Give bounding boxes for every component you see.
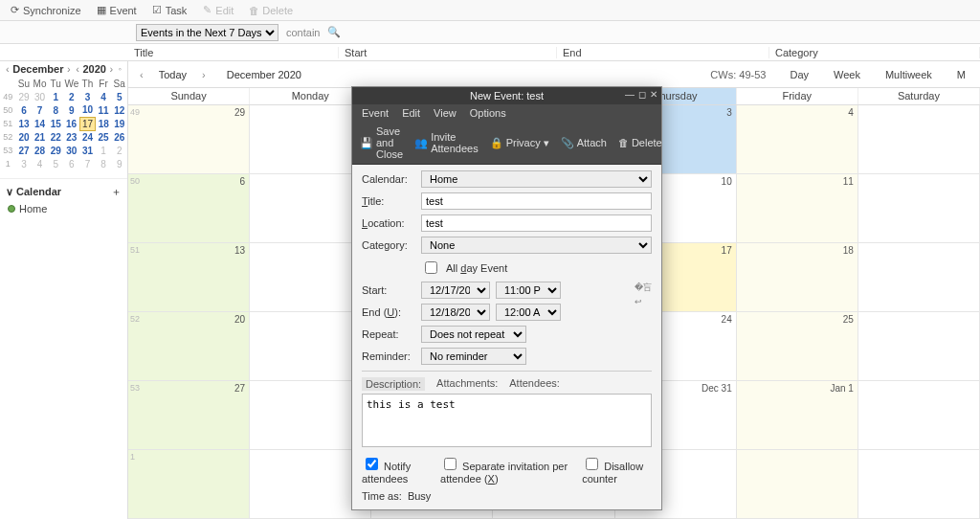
mini-day[interactable]: 10 [79,103,96,117]
new-task-button[interactable]: ☑Task [148,2,191,18]
day-cell[interactable]: Jan 1 [737,381,858,450]
mini-day[interactable]: 20 [16,130,33,144]
end-time-input[interactable]: 12:00 AM [496,304,561,321]
col-start[interactable]: Start [339,47,557,58]
mini-day[interactable]: 5 [111,90,127,103]
mini-day[interactable]: 30 [64,144,80,157]
day-cell[interactable] [858,174,980,243]
day-cell[interactable] [858,105,980,174]
separate-invitation[interactable]: Separate invitation per attendee (X) [440,455,572,485]
mini-day[interactable]: 29 [16,90,33,103]
day-cell[interactable]: 1 [128,450,250,519]
day-cell[interactable]: 18 [737,243,858,312]
mini-day[interactable]: 7 [79,157,96,170]
day-cell[interactable] [858,243,980,312]
close-icon[interactable]: ✕ [650,89,657,100]
timezone-toggle-icon[interactable]: �吂 [635,282,652,294]
mini-day[interactable]: 4 [32,157,48,170]
day-cell[interactable]: 4 [737,105,858,174]
start-date-input[interactable]: 12/17/20 [421,282,490,299]
day-cell[interactable]: 5113 [128,243,250,312]
mini-day[interactable]: 19 [111,117,127,130]
mini-day[interactable]: 25 [96,130,112,144]
maximize-icon[interactable]: ◻ [638,89,646,100]
start-time-input[interactable]: 11:00 PM [496,282,561,299]
view-multiweek[interactable]: Multiweek [879,66,939,83]
view-day[interactable]: Day [783,66,815,83]
mini-day[interactable]: 9 [111,157,127,170]
mini-month-label[interactable]: December [12,63,63,75]
end-date-input[interactable]: 12/18/20 [421,304,490,321]
mini-day[interactable]: 4 [96,90,112,103]
mini-day[interactable]: 2 [111,144,127,157]
new-event-button[interactable]: ▦Event [93,2,141,18]
prev-year-icon[interactable]: ‹ [74,63,81,75]
mini-day[interactable]: 27 [16,144,33,157]
tab-attachments[interactable]: Attachments: [436,377,498,391]
mini-day[interactable]: 18 [96,117,112,130]
col-end[interactable]: End [557,47,769,58]
day-cell[interactable] [858,450,980,519]
disallow-counter[interactable]: Disallow counter [582,455,652,485]
mini-day[interactable]: 13 [16,117,33,130]
privacy-menu[interactable]: 🔒Privacy ▾ [490,125,549,160]
search-icon[interactable]: 🔍 [327,26,341,38]
month-picker-icon[interactable]: ◦ [117,64,123,74]
mini-day[interactable]: 8 [48,103,64,117]
day-cell[interactable] [858,381,980,450]
mini-day[interactable]: 2 [64,90,80,103]
col-category[interactable]: Category [769,47,980,58]
tab-description[interactable]: Description: [362,377,425,391]
synchronize-button[interactable]: ⟳Synchronize [6,2,85,18]
notify-attendees[interactable]: Notify attendees [362,455,431,485]
description-textarea[interactable]: this is a test [362,394,652,447]
mini-day[interactable]: 26 [111,130,127,144]
calendar-item-home[interactable]: Home [6,201,122,216]
next-month-icon[interactable]: › [65,63,73,75]
day-cell[interactable]: 5220 [128,312,250,381]
day-cell[interactable] [858,312,980,381]
day-cell[interactable] [737,450,858,519]
mini-day[interactable]: 1 [96,144,112,157]
mini-day[interactable]: 17 [79,117,96,130]
mini-day[interactable]: 21 [32,130,48,144]
mini-day[interactable]: 12 [111,103,127,117]
attach-button[interactable]: 📎Attach [561,125,607,160]
view-month[interactable]: M [950,66,972,83]
save-close-button[interactable]: 💾Save and Close [360,125,403,160]
mini-day[interactable]: 31 [79,144,96,157]
mini-day[interactable]: 9 [64,103,80,117]
next-year-icon[interactable]: › [108,63,116,75]
mini-day[interactable]: 22 [48,130,64,144]
mini-day[interactable]: 3 [16,157,33,170]
prev-month-icon[interactable]: ‹ [4,63,11,75]
category-select[interactable]: None [421,237,652,254]
mini-year-label[interactable]: 2020 [82,63,105,75]
menu-options[interactable]: Options [470,107,506,119]
location-input[interactable] [421,214,652,232]
mini-day[interactable]: 24 [79,130,96,144]
mini-day[interactable]: 3 [79,90,96,103]
reminder-select[interactable]: No reminder [421,348,526,365]
view-week[interactable]: Week [827,66,867,83]
time-as-value[interactable]: Busy [408,490,431,502]
mini-day[interactable]: 11 [96,103,112,117]
mini-day[interactable]: 29 [48,144,64,157]
mini-day[interactable]: 1 [48,90,64,103]
day-cell[interactable]: 5327 [128,381,250,450]
minimize-icon[interactable]: — [625,89,635,100]
invite-attendees-button[interactable]: 👥Invite Attendees [414,125,479,160]
dialog-delete-button[interactable]: 🗑Delete [618,125,662,160]
mini-day[interactable]: 28 [32,144,48,157]
mini-day[interactable]: 15 [48,117,64,130]
repeat-select[interactable]: Does not repeat [421,326,526,343]
day-cell[interactable]: 4929 [128,105,250,174]
day-cell[interactable]: 11 [737,174,858,243]
mini-calendar[interactable]: SuMoTuWeThFrSa 4929301234550678910111251… [0,77,127,170]
calendar-select[interactable]: Home [421,170,652,188]
prev-period-icon[interactable]: ‹ [136,69,147,80]
col-title[interactable]: Title [128,47,339,58]
dialog-titlebar[interactable]: New Event: test — ◻ ✕ [352,87,661,104]
mini-day[interactable]: 8 [96,157,112,170]
mini-day[interactable]: 6 [16,103,33,117]
